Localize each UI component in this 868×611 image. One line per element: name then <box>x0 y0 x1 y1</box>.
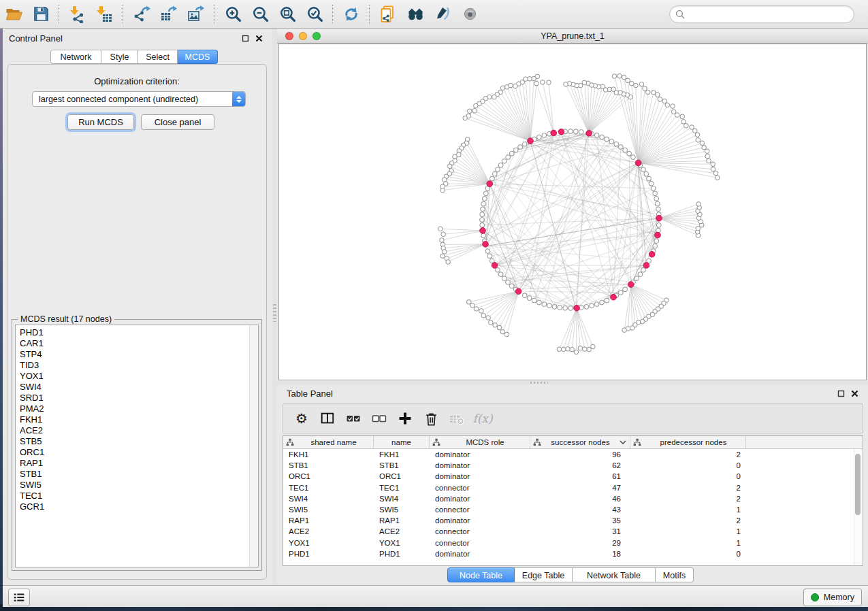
network-node[interactable] <box>500 329 505 334</box>
network-node[interactable] <box>522 293 527 298</box>
network-graph[interactable] <box>279 44 866 380</box>
network-node[interactable] <box>696 202 701 207</box>
table-row[interactable]: RAP1RAP1dominator352 <box>283 515 863 526</box>
cell-successor_nodes[interactable]: 61 <box>530 472 630 480</box>
cell-name[interactable]: YOX1 <box>374 539 430 547</box>
network-node[interactable] <box>563 306 568 310</box>
mcds-hub-node[interactable] <box>492 263 498 269</box>
mcds-result-item[interactable]: STP4 <box>16 349 249 360</box>
network-node[interactable] <box>566 347 570 352</box>
cell-shared_name[interactable]: PHD1 <box>283 550 374 558</box>
network-node[interactable] <box>493 323 498 328</box>
network-node[interactable] <box>480 218 485 222</box>
close-panel-button[interactable]: Close panel <box>141 114 214 130</box>
search-network-button[interactable] <box>402 3 429 26</box>
network-node[interactable] <box>705 154 710 159</box>
network-node[interactable] <box>497 325 502 330</box>
float-panel-icon[interactable] <box>242 35 249 42</box>
cell-successor_nodes[interactable]: 18 <box>530 550 630 558</box>
network-node[interactable] <box>509 284 514 288</box>
cell-mcds_role[interactable]: connector <box>430 539 530 547</box>
network-node[interactable] <box>440 238 445 243</box>
network-node[interactable] <box>500 86 505 90</box>
table-scrollbar-thumb[interactable] <box>855 454 861 515</box>
cell-mcds_role[interactable]: dominator <box>430 472 530 480</box>
splitter-grip[interactable] <box>273 304 276 322</box>
network-node[interactable] <box>472 108 477 113</box>
network-node[interactable] <box>570 347 575 352</box>
export-table-button[interactable] <box>155 3 182 26</box>
cell-successor_nodes[interactable]: 29 <box>530 539 630 547</box>
cell-mcds_role[interactable]: dominator <box>430 450 530 459</box>
network-canvas[interactable] <box>278 44 867 380</box>
network-node[interactable] <box>474 103 479 108</box>
mcds-hub-node[interactable] <box>483 242 489 248</box>
cell-successor_nodes[interactable]: 31 <box>530 527 630 535</box>
refresh-view-button[interactable] <box>338 3 365 26</box>
network-node[interactable] <box>680 114 685 119</box>
mcds-hub-node[interactable] <box>628 282 634 288</box>
cell-predecessor_nodes[interactable]: 2 <box>630 495 746 503</box>
table-row[interactable]: YOX1YOX1connector291 <box>283 538 863 548</box>
network-node[interactable] <box>509 151 514 156</box>
tab-style[interactable]: Style <box>101 50 138 64</box>
column-header-successor-nodes[interactable]: successor nodes <box>530 436 630 448</box>
mcds-result-item[interactable]: TID3 <box>16 360 249 371</box>
cell-mcds_role[interactable]: connector <box>430 506 530 514</box>
table-row[interactable]: FKH1FKH1dominator962 <box>283 449 863 460</box>
network-node[interactable] <box>558 306 562 310</box>
network-node[interactable] <box>653 244 658 248</box>
import-table-button[interactable] <box>91 3 118 26</box>
task-history-button[interactable] <box>8 589 30 606</box>
mcds-result-item[interactable]: ORC1 <box>16 447 249 458</box>
network-node[interactable] <box>656 207 661 212</box>
table-row[interactable]: ORC1ORC1dominator610 <box>283 471 863 482</box>
tab-mcds[interactable]: MCDS <box>178 50 218 64</box>
cell-shared_name[interactable]: ORC1 <box>283 472 374 480</box>
network-node[interactable] <box>541 80 545 85</box>
network-node[interactable] <box>594 133 599 137</box>
table-row[interactable]: PHD1PHD1dominator180 <box>283 548 863 559</box>
cell-shared_name[interactable]: SWI5 <box>283 506 374 514</box>
cell-mcds_role[interactable]: dominator <box>430 461 530 469</box>
network-node[interactable] <box>470 303 475 308</box>
network-node[interactable] <box>492 95 497 99</box>
network-node[interactable] <box>498 163 503 167</box>
network-node[interactable] <box>705 149 709 154</box>
mcds-hub-node[interactable] <box>655 232 661 238</box>
zoom-out-button[interactable] <box>246 3 274 26</box>
network-node[interactable] <box>564 82 568 86</box>
mcds-hub-node[interactable] <box>586 131 592 137</box>
tab-network-table[interactable]: Network Table <box>573 567 656 582</box>
network-node[interactable] <box>513 148 518 152</box>
network-node[interactable] <box>463 116 468 120</box>
network-node[interactable] <box>630 326 634 331</box>
show-hide-button[interactable] <box>456 3 483 26</box>
network-node[interactable] <box>644 171 649 176</box>
mcds-result-item[interactable]: STB1 <box>16 469 249 480</box>
network-node[interactable] <box>715 176 720 180</box>
network-node[interactable] <box>634 83 639 88</box>
cell-name[interactable]: PHD1 <box>374 550 430 558</box>
mcds-hub-node[interactable] <box>551 130 557 136</box>
network-node[interactable] <box>590 303 594 308</box>
network-node[interactable] <box>579 130 583 135</box>
network-node[interactable] <box>547 303 551 308</box>
save-session-button[interactable] <box>27 3 54 26</box>
network-node[interactable] <box>700 141 705 146</box>
network-node[interactable] <box>696 137 701 142</box>
mcds-result-item[interactable]: TEC1 <box>16 491 249 501</box>
mcds-result-item[interactable]: CAR1 <box>16 338 249 349</box>
table-row[interactable]: SWI4SWI4dominator462 <box>283 493 863 504</box>
network-node[interactable] <box>651 90 656 95</box>
network-node[interactable] <box>568 306 573 311</box>
network-node[interactable] <box>641 167 646 172</box>
cell-successor_nodes[interactable]: 35 <box>530 516 630 525</box>
zoom-in-button[interactable] <box>219 3 246 26</box>
export-network-button[interactable] <box>128 3 155 26</box>
network-node[interactable] <box>547 80 551 85</box>
cell-shared_name[interactable]: FKH1 <box>283 450 374 459</box>
tab-motifs[interactable]: Motifs <box>656 567 694 582</box>
network-node[interactable] <box>557 347 562 352</box>
network-node[interactable] <box>622 75 626 80</box>
